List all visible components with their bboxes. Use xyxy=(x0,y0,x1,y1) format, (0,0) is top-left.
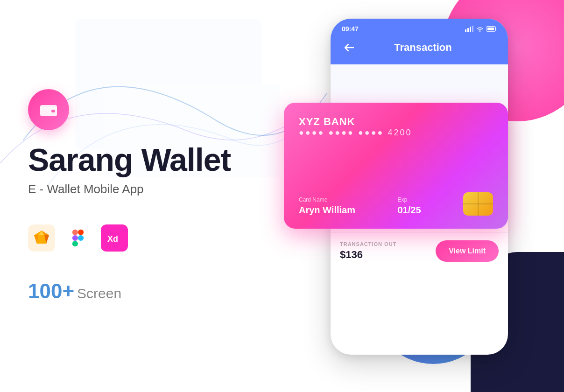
status-bar: 09:47 xyxy=(331,19,508,36)
svg-text:Xd: Xd xyxy=(107,234,118,244)
card-name-section: Card Name Aryn William xyxy=(299,196,355,216)
app-subtitle: E - Wallet Mobile App xyxy=(28,182,289,196)
card-bank-name: XYZ BANK xyxy=(299,116,493,128)
svg-rect-1 xyxy=(40,107,57,110)
svg-rect-19 xyxy=(472,26,473,32)
svg-rect-21 xyxy=(487,28,494,30)
card-name-value: Aryn William xyxy=(299,205,355,216)
screen-count-label: Screen xyxy=(77,286,121,301)
back-button[interactable] xyxy=(342,40,357,55)
credit-card: XYZ BANK ●●●● ●●●● ●●●● 4200 Card Name A… xyxy=(284,103,508,229)
svg-rect-11 xyxy=(72,235,78,241)
card-bottom: Card Name Aryn William Exp 01/25 xyxy=(299,192,493,216)
screen-count-number: 100+ xyxy=(28,280,74,303)
card-exp-section: Exp 01/25 xyxy=(397,196,421,216)
card-chip xyxy=(463,192,493,216)
phone-footer: TRANSACTION OUT $136 View Limit xyxy=(331,232,508,269)
view-limit-button[interactable]: View Limit xyxy=(436,240,499,262)
svg-rect-16 xyxy=(465,29,466,32)
transaction-out-amount: $136 xyxy=(340,249,396,261)
wallet-icon xyxy=(38,99,59,120)
wifi-icon xyxy=(476,26,484,32)
status-icons xyxy=(465,26,497,32)
screen-count: 100+ Screen xyxy=(28,280,289,303)
svg-rect-18 xyxy=(470,27,471,32)
svg-rect-17 xyxy=(467,28,469,32)
battery-icon xyxy=(486,26,497,32)
svg-rect-10 xyxy=(78,230,84,235)
svg-point-12 xyxy=(78,235,84,241)
card-exp-label: Exp xyxy=(397,196,421,203)
header-title: Transaction xyxy=(364,42,497,54)
svg-rect-13 xyxy=(72,241,78,246)
svg-rect-2 xyxy=(51,110,55,112)
phone-header: Transaction xyxy=(331,36,508,64)
figma-icon xyxy=(64,224,92,252)
signal-icon xyxy=(465,26,473,32)
xd-icon: Xd xyxy=(101,224,128,252)
left-section: Sarang Wallet E - Wallet Mobile App xyxy=(28,0,289,392)
card-number: ●●●● ●●●● ●●●● 4200 xyxy=(299,128,493,138)
card-name-label: Card Name xyxy=(299,196,355,203)
tool-icons: Xd xyxy=(28,224,289,252)
sketch-icon xyxy=(28,224,55,252)
transaction-out-label: TRANSACTION OUT xyxy=(340,241,396,247)
card-exp-value: 01/25 xyxy=(397,205,421,216)
app-title: Sarang Wallet xyxy=(28,143,289,176)
transaction-out-section: TRANSACTION OUT $136 xyxy=(340,241,396,261)
wallet-icon-circle xyxy=(28,89,69,130)
status-time: 09:47 xyxy=(342,25,359,33)
phone-container: XYZ BANK ●●●● ●●●● ●●●● 4200 Card Name A… xyxy=(321,19,527,355)
svg-rect-9 xyxy=(72,230,78,235)
